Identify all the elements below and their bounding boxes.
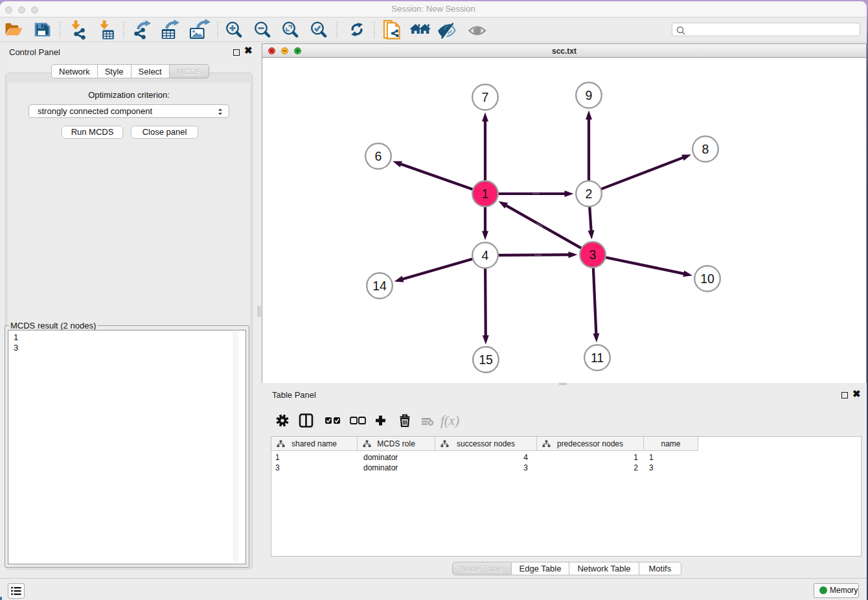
svg-text:6: 6 xyxy=(375,149,382,163)
svg-text:11: 11 xyxy=(591,351,604,365)
svg-text:10: 10 xyxy=(700,271,714,286)
svg-text:f(x): f(x) xyxy=(440,413,459,428)
svg-text:15: 15 xyxy=(479,352,493,367)
svg-text:8: 8 xyxy=(702,142,709,156)
svg-text:14: 14 xyxy=(372,279,387,293)
svg-text:9: 9 xyxy=(586,88,593,102)
svg-text:7: 7 xyxy=(482,90,489,104)
svg-text:3: 3 xyxy=(589,248,597,262)
svg-text:2: 2 xyxy=(586,187,593,201)
svg-text:1: 1 xyxy=(482,187,489,201)
svg-text:4: 4 xyxy=(482,248,489,262)
